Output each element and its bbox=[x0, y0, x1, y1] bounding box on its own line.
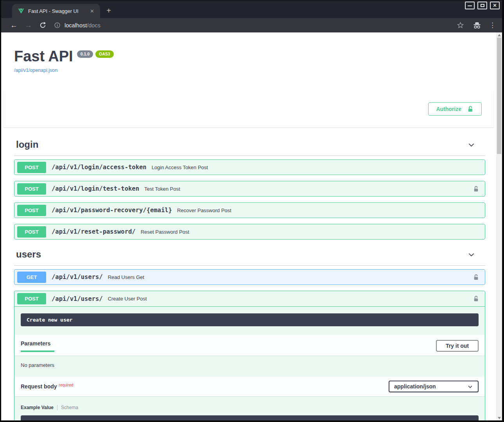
browser-menu-button[interactable]: ⋮ bbox=[488, 21, 497, 29]
tab-separator bbox=[57, 405, 57, 410]
tab-title: Fast API - Swagger UI bbox=[28, 8, 88, 14]
endpoint-row-login-test-token[interactable]: POST /api/v1/login/test-token Test Token… bbox=[14, 181, 485, 197]
method-badge: POST bbox=[17, 205, 46, 216]
tab-schema[interactable]: Schema bbox=[61, 405, 78, 410]
endpoint-path: /api/v1/login/test-token bbox=[52, 185, 139, 192]
endpoint-row-password-recovery[interactable]: POST /api/v1/password-recovery/{email} R… bbox=[14, 202, 485, 218]
chevron-down-icon[interactable] bbox=[467, 250, 475, 259]
auth-lock-button[interactable] bbox=[472, 273, 480, 281]
parameters-header: Parameters Try it out bbox=[14, 335, 485, 356]
method-badge: POST bbox=[17, 226, 46, 238]
request-body-text: Request body bbox=[21, 383, 57, 390]
auth-lock-button[interactable] bbox=[472, 185, 480, 193]
chevron-down-icon bbox=[467, 384, 473, 390]
scheme-container: Authorize bbox=[4, 91, 493, 127]
endpoint-summary: Read Users Get bbox=[108, 274, 144, 280]
section-title: login bbox=[16, 139, 38, 150]
method-badge: POST bbox=[17, 162, 46, 173]
close-icon: ✕ bbox=[493, 3, 497, 8]
media-type-select[interactable]: application/json bbox=[389, 381, 479, 392]
forward-button[interactable]: → bbox=[21, 21, 36, 29]
reload-button[interactable] bbox=[36, 21, 50, 29]
oas3-badge: OAS3 bbox=[95, 50, 114, 58]
bookmark-star-button[interactable] bbox=[454, 21, 466, 29]
page-viewport: Fast API 0.1.0 OAS3 /api/v1/openapi.json… bbox=[1, 32, 502, 420]
section-users-header[interactable]: users bbox=[14, 246, 485, 266]
endpoint-path: /api/v1/users/ bbox=[52, 274, 103, 281]
window-close-button[interactable]: ✕ bbox=[490, 2, 500, 9]
url-host: localhost bbox=[65, 22, 87, 29]
unlock-icon bbox=[473, 295, 479, 302]
authorize-label: Authorize bbox=[436, 106, 461, 112]
page-title: Fast API bbox=[14, 48, 73, 65]
new-tab-button[interactable]: + bbox=[104, 6, 114, 16]
scroll-down-arrow[interactable] bbox=[496, 415, 502, 420]
no-parameters-text: No parameters bbox=[14, 356, 485, 377]
request-body-label: Request bodyrequired bbox=[21, 383, 73, 390]
method-badge: POST bbox=[17, 293, 46, 304]
endpoint-row-create-user[interactable]: POST /api/v1/users/ Create User Post bbox=[14, 291, 485, 307]
code-line: { bbox=[27, 420, 30, 420]
unlock-icon bbox=[467, 106, 474, 113]
endpoint-summary: Reset Password Post bbox=[141, 229, 189, 235]
swagger-ui: Fast API 0.1.0 OAS3 /api/v1/openapi.json… bbox=[1, 32, 496, 420]
minimize-icon bbox=[468, 5, 472, 6]
unlock-icon bbox=[473, 186, 479, 192]
incognito-icon bbox=[470, 21, 484, 29]
section-users: users GET /api/v1/users/ Read Users Get bbox=[14, 246, 485, 420]
method-badge: GET bbox=[17, 272, 46, 283]
titlebar: Fast API - Swagger UI ✕ + ✕ bbox=[1, 0, 502, 18]
browser-tab[interactable]: Fast API - Swagger UI ✕ bbox=[12, 4, 100, 18]
example-code-block: { bbox=[21, 415, 479, 420]
endpoint-row-read-users[interactable]: GET /api/v1/users/ Read Users Get bbox=[14, 269, 485, 285]
parameters-tab: Parameters bbox=[21, 339, 54, 352]
endpoint-summary: Create User Post bbox=[108, 296, 147, 302]
endpoint-path: /api/v1/login/access-token bbox=[52, 164, 147, 171]
endpoint-path: /api/v1/password-recovery/{email} bbox=[52, 207, 172, 214]
favicon-icon bbox=[18, 7, 25, 14]
endpoint-summary: Login Access Token Post bbox=[152, 165, 208, 170]
endpoint-path: /api/v1/reset-password/ bbox=[52, 228, 136, 235]
opblock-create-user-expanded: POST /api/v1/users/ Create User Post Cre… bbox=[14, 291, 485, 420]
request-body-header: Request bodyrequired application/json bbox=[14, 377, 485, 396]
model-example-section: Example Value Schema { bbox=[14, 396, 485, 420]
tab-close-icon[interactable]: ✕ bbox=[88, 7, 96, 15]
url-path: /docs bbox=[87, 22, 100, 29]
section-login-header[interactable]: login bbox=[14, 136, 485, 156]
auth-lock-button[interactable] bbox=[472, 295, 480, 303]
address-bar[interactable]: localhost/docs bbox=[54, 22, 454, 29]
site-info-icon[interactable] bbox=[54, 22, 61, 29]
try-it-out-button[interactable]: Try it out bbox=[436, 340, 479, 352]
endpoint-row-reset-password[interactable]: POST /api/v1/reset-password/ Reset Passw… bbox=[14, 224, 485, 240]
method-badge: POST bbox=[17, 183, 46, 195]
window-minimize-button[interactable] bbox=[465, 2, 475, 9]
maximize-icon bbox=[481, 4, 484, 7]
page-scrollbar[interactable] bbox=[496, 32, 502, 420]
section-login: login POST /api/v1/login/access-token Lo… bbox=[14, 136, 485, 240]
section-title: users bbox=[16, 249, 41, 260]
authorize-button[interactable]: Authorize bbox=[428, 102, 482, 116]
endpoint-summary: Test Token Post bbox=[144, 186, 180, 192]
openapi-spec-link[interactable]: /api/v1/openapi.json bbox=[14, 68, 57, 73]
reload-icon bbox=[39, 21, 47, 29]
scroll-up-arrow[interactable] bbox=[496, 32, 502, 38]
version-badge: 0.1.0 bbox=[77, 50, 93, 58]
tab-example-value[interactable]: Example Value bbox=[21, 405, 54, 410]
endpoint-summary: Recover Password Post bbox=[177, 207, 231, 213]
browser-window: Fast API - Swagger UI ✕ + ✕ ← → bbox=[0, 0, 504, 422]
window-maximize-button[interactable] bbox=[477, 2, 487, 9]
endpoint-description: Create new user bbox=[21, 313, 479, 326]
unlock-icon bbox=[473, 274, 479, 281]
chevron-down-icon[interactable] bbox=[467, 141, 475, 149]
required-label: required bbox=[59, 383, 74, 387]
browser-toolbar: ← → localhost/docs bbox=[1, 18, 502, 32]
scrollbar-thumb[interactable] bbox=[497, 38, 501, 154]
api-info: Fast API 0.1.0 OAS3 /api/v1/openapi.json bbox=[14, 48, 485, 73]
back-button[interactable]: ← bbox=[7, 21, 21, 29]
endpoint-path: /api/v1/users/ bbox=[52, 295, 103, 302]
endpoint-row-login-access-token[interactable]: POST /api/v1/login/access-token Login Ac… bbox=[14, 159, 485, 175]
media-type-value: application/json bbox=[394, 383, 436, 390]
